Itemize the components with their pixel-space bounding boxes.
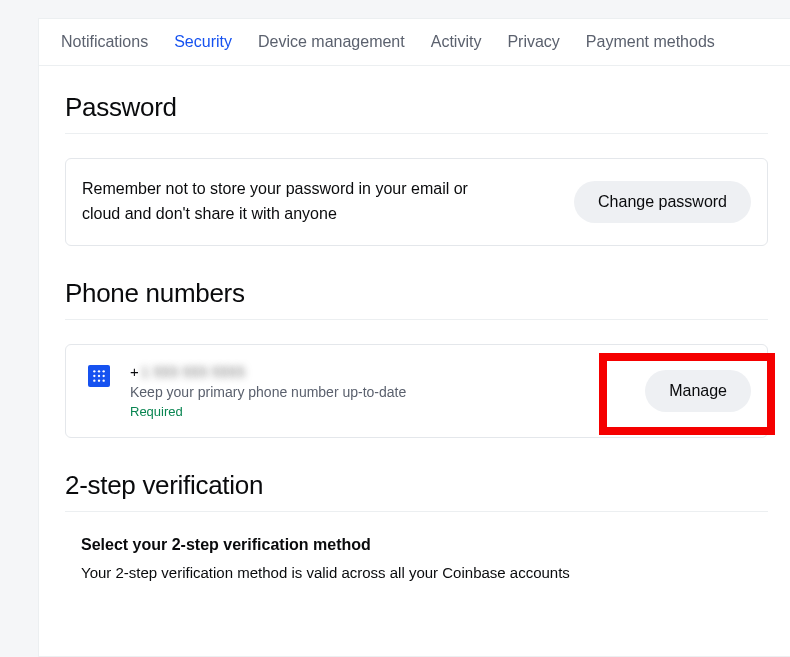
- tab-notifications[interactable]: Notifications: [61, 33, 148, 51]
- svg-point-3: [93, 374, 95, 376]
- security-content: Password Remember not to store your pass…: [39, 66, 790, 581]
- password-section-title: Password: [65, 92, 768, 123]
- tab-privacy[interactable]: Privacy: [507, 33, 559, 51]
- two-step-section-title: 2-step verification: [65, 470, 768, 501]
- phone-number: + 1 555 555 5555: [130, 363, 625, 380]
- tab-security[interactable]: Security: [174, 33, 232, 51]
- password-body: Remember not to store your password in y…: [82, 177, 482, 227]
- svg-point-8: [103, 379, 105, 381]
- settings-page: Notifications Security Device management…: [38, 18, 790, 657]
- svg-point-5: [103, 374, 105, 376]
- phone-subtext: Keep your primary phone number up-to-dat…: [130, 384, 625, 400]
- two-step-heading: Select your 2-step verification method: [65, 536, 768, 554]
- phone-required-label: Required: [130, 404, 625, 419]
- settings-tabs: Notifications Security Device management…: [39, 19, 790, 66]
- divider: [65, 133, 768, 134]
- two-step-subtext: Your 2-step verification method is valid…: [65, 564, 768, 581]
- svg-point-4: [98, 374, 100, 376]
- svg-point-2: [103, 370, 105, 372]
- tab-device-management[interactable]: Device management: [258, 33, 405, 51]
- phone-number-masked: 1 555 555 5555: [141, 363, 245, 380]
- svg-point-1: [98, 370, 100, 372]
- phone-number-prefix: +: [130, 363, 139, 380]
- password-card: Remember not to store your password in y…: [65, 158, 768, 246]
- change-password-button[interactable]: Change password: [574, 181, 751, 223]
- tab-activity[interactable]: Activity: [431, 33, 482, 51]
- phone-info: + 1 555 555 5555 Keep your primary phone…: [130, 363, 625, 419]
- phone-card: + 1 555 555 5555 Keep your primary phone…: [65, 344, 768, 438]
- svg-point-7: [98, 379, 100, 381]
- phone-dialpad-icon: [88, 365, 110, 387]
- divider: [65, 511, 768, 512]
- phone-section-title: Phone numbers: [65, 278, 768, 309]
- svg-point-0: [93, 370, 95, 372]
- divider: [65, 319, 768, 320]
- tab-payment-methods[interactable]: Payment methods: [586, 33, 715, 51]
- manage-phone-button[interactable]: Manage: [645, 370, 751, 412]
- svg-point-6: [93, 379, 95, 381]
